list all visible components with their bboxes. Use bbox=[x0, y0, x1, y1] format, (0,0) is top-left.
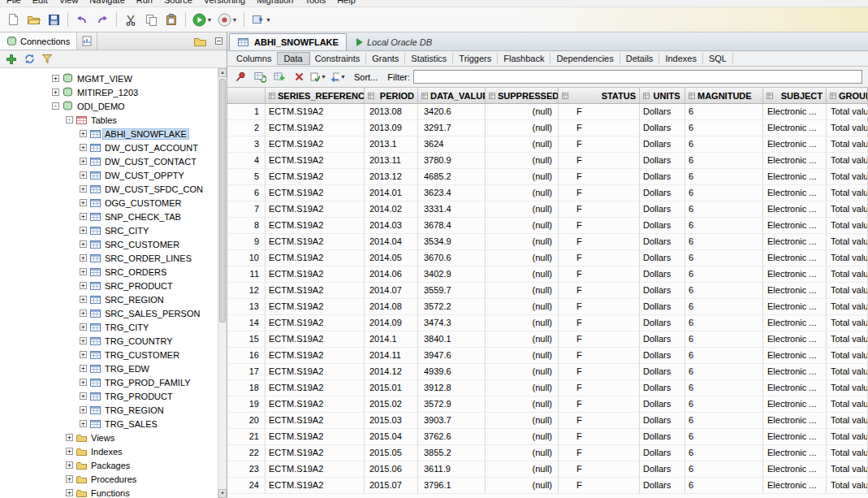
menu-navigate[interactable]: Navigate bbox=[89, 0, 124, 5]
cell-magnitude[interactable]: 6 bbox=[685, 315, 763, 331]
panel-collapse-button[interactable] bbox=[211, 32, 227, 50]
cell-magnitude[interactable]: 6 bbox=[685, 396, 763, 413]
redo-button[interactable] bbox=[93, 11, 111, 28]
cell-magnitude[interactable]: 6 bbox=[685, 299, 763, 315]
tree-item-src-city[interactable]: +SRC_CITY bbox=[0, 223, 218, 237]
cell-status[interactable]: F bbox=[559, 201, 640, 218]
cell-units[interactable]: Dollars bbox=[640, 169, 685, 185]
cell-magnitude[interactable]: 6 bbox=[685, 120, 763, 136]
cell-status[interactable]: F bbox=[559, 250, 640, 266]
row-number-cell[interactable]: 17 bbox=[227, 364, 266, 380]
tree-item-tables[interactable]: -Tables bbox=[0, 113, 218, 127]
cell-status[interactable]: F bbox=[559, 153, 640, 169]
cell-magnitude[interactable]: 6 bbox=[685, 413, 763, 429]
cell-status[interactable]: F bbox=[559, 299, 640, 315]
cell-period[interactable]: 2015.01 bbox=[365, 380, 418, 396]
cell-units[interactable]: Dollars bbox=[640, 478, 685, 494]
row-number-cell[interactable]: 3 bbox=[227, 136, 266, 153]
cell-series_reference[interactable]: ECTM.S19A2 bbox=[266, 250, 365, 266]
scroll-up-icon[interactable]: ▲ bbox=[218, 68, 227, 77]
cell-subject[interactable]: Electronic ... bbox=[763, 299, 827, 315]
cell-status[interactable]: F bbox=[559, 445, 640, 461]
cell-status[interactable]: F bbox=[559, 429, 640, 445]
row-number-cell[interactable]: 9 bbox=[227, 234, 266, 250]
menu-help[interactable]: Help bbox=[337, 0, 356, 5]
expand-icon[interactable]: + bbox=[80, 323, 87, 331]
cell-status[interactable]: F bbox=[559, 364, 640, 380]
sql-worksheet-button[interactable]: ▼ bbox=[249, 11, 274, 28]
cell-series_reference[interactable]: ECTM.S19A2 bbox=[266, 380, 365, 396]
cell-units[interactable]: Dollars bbox=[640, 201, 685, 218]
cell-series_reference[interactable]: ECTM.S19A2 bbox=[266, 234, 365, 250]
cell-subject[interactable]: Electronic ... bbox=[763, 429, 827, 445]
cell-units[interactable]: Dollars bbox=[640, 315, 685, 331]
cell-subject[interactable]: Electronic ... bbox=[763, 104, 827, 120]
cell-period[interactable]: 2014.03 bbox=[365, 218, 418, 234]
tree-item-snp-check-tab[interactable]: +SNP_CHECK_TAB bbox=[0, 210, 218, 223]
expand-icon[interactable]: + bbox=[66, 461, 73, 469]
cell-period[interactable]: 2013.11 bbox=[365, 153, 418, 169]
cell-data_value[interactable]: 3474.3 bbox=[418, 315, 486, 331]
cell-period[interactable]: 2013.12 bbox=[365, 169, 418, 185]
tree-item-dw-cust-contact[interactable]: +DW_CUST_CONTACT bbox=[0, 154, 218, 168]
cell-magnitude[interactable]: 6 bbox=[685, 104, 763, 120]
expand-icon[interactable]: + bbox=[66, 489, 73, 496]
cell-suppressed[interactable]: (null) bbox=[486, 234, 559, 250]
cell-period[interactable]: 2014.09 bbox=[365, 315, 418, 331]
cell-series_reference[interactable]: ECTM.S19A2 bbox=[266, 266, 365, 283]
collapse-icon[interactable]: - bbox=[66, 116, 73, 123]
expand-icon[interactable]: + bbox=[80, 130, 87, 137]
cell-units[interactable]: Dollars bbox=[640, 396, 685, 413]
cell-group[interactable]: Total valu bbox=[827, 348, 868, 364]
cell-data_value[interactable]: 3678.4 bbox=[418, 218, 486, 234]
cell-units[interactable]: Dollars bbox=[640, 461, 685, 478]
cell-suppressed[interactable]: (null) bbox=[486, 461, 559, 478]
cell-data_value[interactable]: 3534.9 bbox=[418, 234, 486, 250]
cell-units[interactable]: Dollars bbox=[640, 250, 685, 266]
expand-icon[interactable]: + bbox=[80, 365, 87, 372]
filter-input[interactable] bbox=[413, 70, 862, 84]
expand-icon[interactable]: + bbox=[66, 448, 73, 455]
cell-period[interactable]: 2013.1 bbox=[365, 136, 418, 153]
expand-icon[interactable]: + bbox=[80, 185, 87, 193]
cell-series_reference[interactable]: ECTM.S19A2 bbox=[266, 478, 365, 494]
cell-data_value[interactable]: 3572.2 bbox=[418, 299, 486, 315]
row-number-cell[interactable]: 1 bbox=[227, 104, 266, 120]
cell-suppressed[interactable]: (null) bbox=[486, 104, 559, 120]
cell-subject[interactable]: Electronic ... bbox=[763, 250, 827, 266]
tree-item-src-region[interactable]: +SRC_REGION bbox=[0, 292, 218, 306]
cell-suppressed[interactable]: (null) bbox=[486, 283, 559, 299]
copy-button[interactable] bbox=[142, 11, 160, 28]
column-header-magnitude[interactable]: MAGNITUDE bbox=[685, 88, 763, 104]
row-number-cell[interactable]: 8 bbox=[227, 218, 266, 234]
cell-period[interactable]: 2014.06 bbox=[365, 266, 418, 283]
subtab-triggers[interactable]: Triggers bbox=[453, 53, 498, 64]
expand-icon[interactable]: + bbox=[80, 351, 87, 358]
cell-data_value[interactable]: 3780.9 bbox=[418, 153, 486, 169]
tree-item-odi-demo[interactable]: -ODI_DEMO bbox=[0, 99, 218, 113]
expand-icon[interactable]: + bbox=[66, 475, 73, 483]
row-number-cell[interactable]: 19 bbox=[227, 396, 266, 413]
tree-item-trg-product[interactable]: +TRG_PRODUCT bbox=[0, 389, 218, 403]
cell-units[interactable]: Dollars bbox=[640, 153, 685, 169]
column-header-units[interactable]: UNITS bbox=[640, 88, 685, 104]
tree-item-functions[interactable]: +Functions bbox=[0, 486, 218, 498]
expand-icon[interactable]: + bbox=[80, 227, 87, 234]
menu-edit[interactable]: Edit bbox=[32, 0, 48, 5]
cell-period[interactable]: 2014.05 bbox=[365, 250, 418, 266]
cell-units[interactable]: Dollars bbox=[640, 380, 685, 396]
menu-file[interactable]: File bbox=[6, 0, 21, 5]
row-number-cell[interactable]: 21 bbox=[227, 429, 266, 445]
cell-units[interactable]: Dollars bbox=[640, 445, 685, 461]
cell-subject[interactable]: Electronic ... bbox=[763, 120, 827, 136]
expand-icon[interactable]: + bbox=[80, 392, 87, 400]
expand-icon[interactable]: + bbox=[80, 144, 87, 151]
expand-icon[interactable]: + bbox=[80, 282, 87, 289]
undo-button[interactable] bbox=[73, 11, 91, 28]
cell-status[interactable]: F bbox=[559, 283, 640, 299]
row-number-cell[interactable]: 23 bbox=[227, 461, 266, 478]
cell-magnitude[interactable]: 6 bbox=[685, 201, 763, 218]
cell-status[interactable]: F bbox=[559, 266, 640, 283]
tree-item-packages[interactable]: +Packages bbox=[0, 458, 218, 472]
subtab-columns[interactable]: Columns bbox=[231, 53, 278, 64]
